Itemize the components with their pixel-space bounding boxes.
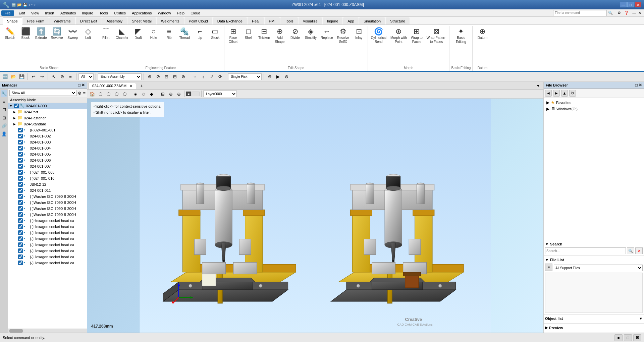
tree-check-21[interactable] [18, 248, 23, 253]
tb-icon-5[interactable]: ⊛ [179, 73, 187, 80]
tb-icon-6[interactable]: ↔ [191, 73, 199, 80]
tree-check-15[interactable] [18, 212, 23, 217]
tree-check-8[interactable] [18, 170, 23, 175]
status-btn-1[interactable]: ■ [614, 334, 623, 341]
vp-zoom-in[interactable]: ⊕ [167, 90, 174, 98]
new-button[interactable]: 🆕 [1, 73, 9, 80]
sketch-button[interactable]: ✏️ Sketch [3, 27, 17, 41]
tab-pmi[interactable]: PMI [265, 17, 280, 24]
menu-utilities[interactable]: Utilities [111, 10, 128, 16]
settings-icon[interactable]: ⚙ [616, 10, 622, 16]
tree-item-hex8[interactable]: ▪ (-)Hexagon socket head ca [8, 260, 87, 266]
side-icon-components[interactable]: ⊞ [1, 114, 7, 121]
tree-item-standard[interactable]: ▶ 📁 024-Standard [8, 121, 87, 127]
tab-inquire[interactable]: Inquire [323, 17, 343, 24]
maximize-button[interactable]: □ [627, 2, 634, 7]
tree-item-024-001-005[interactable]: ▪ 024-001-005 [8, 151, 87, 157]
tree-item-jbn12-12[interactable]: ▪ JBN12-12 [8, 181, 87, 187]
vp-iso-view[interactable]: 🏠 [89, 90, 96, 98]
options-icon[interactable]: ≡ [83, 91, 86, 96]
lip-button[interactable]: ⌐ Lip [193, 27, 207, 41]
tree-item-washer1[interactable]: ▪ (-)Washer ISO 7090-8-200H [8, 193, 87, 199]
tb-icon-7[interactable]: ↕ [200, 73, 207, 80]
tb-icon-4[interactable]: ⊞ [171, 73, 178, 80]
wrap-pattern-button[interactable]: ⊠ Wrap Patternto Faces [425, 27, 448, 45]
layer-combo[interactable]: Layer0000 [203, 91, 237, 97]
add-shape-button[interactable]: ⊕ AddShape [272, 27, 287, 45]
filter-btn[interactable]: ⊛ [58, 73, 66, 80]
tree-item-root[interactable]: ▼ 🔧 024-001-000 [8, 103, 87, 109]
file-menu[interactable]: File [1, 10, 14, 16]
vp-front-view[interactable]: ⬡ [97, 90, 104, 98]
viewport-canvas[interactable]: <right-click> for context-sensitive opti… [87, 99, 543, 333]
tree-check-2[interactable] [18, 134, 23, 138]
side-icon-pmgr[interactable]: 👤 [1, 130, 7, 137]
fb-back-button[interactable]: ◄ [545, 90, 552, 97]
tree-item-hex2[interactable]: ▪ (-)Hexagon socket head ca [8, 224, 87, 230]
minimize-button[interactable]: — [620, 2, 627, 7]
vp-zoom-fit[interactable]: ⊞ [159, 90, 166, 98]
select-btn[interactable]: ↖ [50, 73, 57, 80]
vp-bg-color[interactable]: ■ [186, 92, 191, 96]
tree-item-hex5[interactable]: ▪ (-)Hexagon socket head ca [8, 242, 87, 248]
menu-view[interactable]: View [29, 10, 42, 16]
filelist-icon-btn[interactable]: ≡ [545, 264, 552, 271]
vp-shade[interactable]: ◆ [148, 90, 155, 98]
divide-button[interactable]: ⊘ Divide [288, 27, 303, 41]
extrude-button[interactable]: ⬆️ Extrude [34, 27, 48, 41]
tree-check-3[interactable] [18, 140, 23, 145]
tb-icon-1[interactable]: ⊕ [146, 73, 153, 80]
tree-check-4[interactable] [18, 146, 23, 151]
object-list-header[interactable]: Object list ▼ [545, 316, 643, 322]
inlay-button[interactable]: ⊡ Inlay [352, 27, 366, 41]
tab-simulation[interactable]: Simulation [359, 17, 385, 24]
tree-check-1[interactable] [18, 128, 23, 132]
select-mode-combo[interactable]: All [78, 73, 94, 80]
morph-point-button[interactable]: ⊛ Morph withPoint [389, 27, 409, 45]
menu-insert[interactable]: Insert [42, 10, 57, 16]
tree-check-19[interactable] [18, 236, 23, 241]
tree-item-024-001-003[interactable]: ▪ 024-001-003 [8, 139, 87, 145]
viewport-tab-main[interactable]: 024-001-000.Z3ASM ✕ [89, 83, 136, 89]
datum-button[interactable]: ⊕ Datum [474, 27, 491, 41]
tree-item-024-001-007[interactable]: ▪ 024-001-007 [8, 163, 87, 169]
filebrowser-close[interactable]: ✕ [639, 83, 642, 88]
menu-help[interactable]: Help [174, 10, 187, 16]
filelist-section-header[interactable]: ▼ File List [545, 257, 643, 263]
menu-cloud[interactable]: Cloud [188, 10, 203, 16]
cylindrical-bend-button[interactable]: 🌀 CylindricalBend [369, 27, 388, 45]
draft-button[interactable]: ◤ Draft [131, 27, 146, 41]
command-search-input[interactable] [553, 10, 607, 16]
tb-icon-11[interactable]: ▶ [274, 73, 282, 80]
filebrowser-undock[interactable]: □ [635, 83, 638, 88]
fb-up-button[interactable]: ▲ [561, 90, 568, 97]
replace-button[interactable]: ↔ Replace [319, 27, 335, 41]
tree-check-20[interactable] [18, 242, 23, 247]
tree-item-fastener[interactable]: ▶ 📁 024-Fastener [8, 115, 87, 121]
viewport-tab-close[interactable]: ✕ [129, 84, 132, 88]
tree-check-6[interactable] [18, 158, 23, 163]
tb-icon-9[interactable]: ⟳ [216, 73, 224, 80]
resolve-selfx-button[interactable]: ⚙ ResolveSelfX [335, 27, 351, 45]
vp-render-mode[interactable]: ◈ [132, 90, 139, 98]
vp-view4[interactable]: ⬡ [113, 90, 120, 98]
tab-wireframe[interactable]: Wireframe [49, 17, 75, 24]
sweep-button[interactable]: 〰️ Sweep [65, 27, 80, 41]
tree-check-7[interactable] [18, 164, 23, 169]
tab-freeform[interactable]: Free Form [23, 17, 49, 24]
tree-check-23[interactable] [18, 261, 23, 265]
menu-tools[interactable]: Tools [97, 10, 111, 16]
face-offset-button[interactable]: ⊞ FaceOffset [226, 27, 240, 45]
search-input[interactable] [545, 247, 626, 254]
tree-check-16[interactable] [18, 218, 23, 223]
tree-check-14[interactable] [18, 206, 23, 211]
tb-icon-8[interactable]: ↗ [208, 73, 215, 80]
tree-check-18[interactable] [18, 230, 23, 235]
filelist-combo[interactable]: All Support Files [554, 265, 643, 271]
fb-refresh-button[interactable]: ↻ [569, 90, 576, 97]
menu-inquire[interactable]: Inquire [79, 10, 96, 16]
tab-weldments[interactable]: Weldments [157, 17, 184, 24]
tree-item-024-001-002[interactable]: ▪ 024-001-002 [8, 133, 87, 139]
tab-sheet-metal[interactable]: Sheet Metal [127, 17, 156, 24]
manager-hscroll[interactable] [8, 329, 87, 333]
